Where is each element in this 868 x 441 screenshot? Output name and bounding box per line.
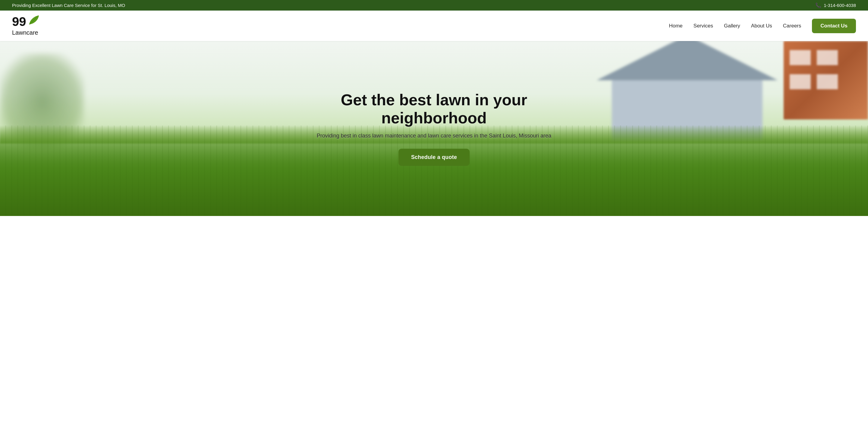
nav-careers[interactable]: Careers bbox=[783, 23, 801, 29]
logo-area: 99 Lawncare bbox=[12, 16, 40, 36]
nav-about-us[interactable]: About Us bbox=[751, 23, 772, 29]
top-banner: Providing Excellent Lawn Care Service fo… bbox=[0, 0, 868, 10]
main-nav: Home Services Gallery About Us Careers C… bbox=[669, 19, 856, 33]
nav-gallery[interactable]: Gallery bbox=[724, 23, 740, 29]
logo-name: Lawncare bbox=[12, 29, 40, 36]
logo-stack: 99 Lawncare bbox=[12, 16, 40, 36]
schedule-quote-button[interactable]: Schedule a quote bbox=[398, 149, 470, 166]
hero-section: Get the best lawn in your neighborhood P… bbox=[0, 41, 868, 216]
hero-heading: Get the best lawn in your neighborhood bbox=[304, 91, 564, 127]
logo-number: 99 bbox=[12, 16, 26, 28]
logo-top-row: 99 bbox=[12, 16, 40, 28]
contact-us-button[interactable]: Contact Us bbox=[812, 19, 856, 33]
tagline-text: Providing Excellent Lawn Care Service fo… bbox=[12, 3, 125, 8]
nav-home[interactable]: Home bbox=[669, 23, 682, 29]
hero-subtext: Providing best in class lawn maintenance… bbox=[304, 133, 564, 139]
hero-brick-building bbox=[784, 41, 868, 119]
phone-number: 1-314-600-4038 bbox=[824, 3, 856, 8]
hero-content: Get the best lawn in your neighborhood P… bbox=[299, 85, 569, 172]
phone-icon: 📞 bbox=[815, 2, 821, 8]
logo-leaf-icon bbox=[27, 13, 40, 28]
nav-services[interactable]: Services bbox=[693, 23, 713, 29]
phone-area: 📞 1-314-600-4038 bbox=[815, 2, 856, 8]
header: 99 Lawncare Home Services Gallery About … bbox=[0, 10, 868, 41]
